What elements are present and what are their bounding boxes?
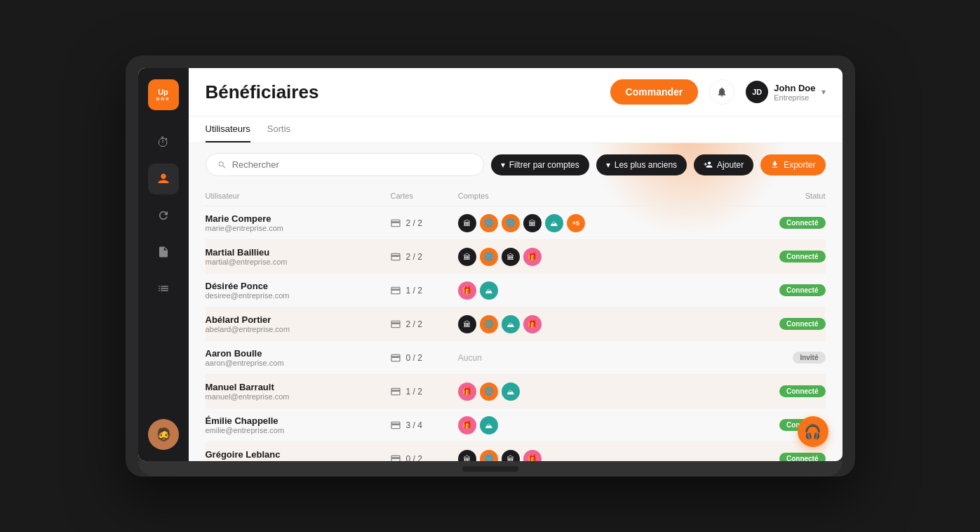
status-badge: Invité — [793, 352, 825, 364]
user-role: Entreprise — [774, 93, 815, 102]
tabs-bar: Utilisateurs Sortis — [189, 117, 843, 143]
accounts-cell: 🎁🌐⛰ — [458, 375, 727, 408]
add-user-icon — [704, 160, 713, 169]
user-avatar-chat[interactable]: 🧔 — [148, 419, 179, 450]
search-box[interactable] — [206, 153, 484, 176]
chevron-down-icon: ▾ — [606, 160, 610, 170]
logo-up: Up — [156, 88, 170, 96]
cards-cell: 3 / 4 — [390, 408, 457, 442]
table-row[interactable]: Marie Comperemarie@entreprise.com 2 / 2🏛… — [206, 206, 826, 240]
user-cell: Abélard Portierabelard@entreprise.com — [206, 307, 391, 341]
user-cell: Grégoire Leblancgregoire@entreprise.com — [206, 442, 391, 462]
status-badge: Connecté — [779, 284, 826, 296]
status-badge: Connecté — [779, 217, 826, 229]
accounts-cell: 🎁⛰ — [458, 408, 727, 442]
accounts-cell: 🏛🌐🏛🎁 — [458, 240, 727, 274]
accounts-cell: 🏛🌐🏛🎁 — [458, 442, 727, 462]
status-badge: Connecté — [779, 453, 826, 461]
table-row[interactable]: Abélard Portierabelard@entreprise.com 2 … — [206, 307, 826, 341]
col-statut: Statut — [727, 186, 825, 206]
commander-button[interactable]: Commander — [610, 79, 699, 105]
table-row[interactable]: Aaron Boulleaaron@entreprise.com 0 / 2Au… — [206, 341, 826, 375]
user-cell: Désirée Poncedesiree@entreprise.com — [206, 274, 391, 307]
sidebar-item-document[interactable] — [148, 237, 179, 267]
status-cell: Invité — [727, 341, 825, 375]
main-content: Bénéficiaires Commander JD John Doe Entr… — [189, 68, 843, 461]
table-row[interactable]: Émilie Chappelleemilie@entreprise.com 3 … — [206, 408, 826, 442]
status-badge: Connecté — [779, 385, 826, 397]
cards-cell: 2 / 2 — [390, 307, 457, 341]
user-info[interactable]: JD John Doe Entreprise ▾ — [746, 81, 825, 103]
page-title: Bénéficiaires — [206, 81, 319, 103]
status-cell: Connecté — [727, 307, 825, 341]
sidebar: Up one ⏱ 🧔 — [138, 68, 189, 461]
col-cartes: Cartes — [390, 186, 457, 206]
tab-utilisateurs[interactable]: Utilisateurs — [206, 117, 250, 142]
status-cell: Connecté — [727, 274, 825, 307]
user-cell: Manuel Barraultmanuel@entreprise.com — [206, 375, 391, 408]
status-badge: Connecté — [779, 318, 826, 330]
sidebar-item-clock[interactable]: ⏱ — [148, 127, 179, 158]
toolbar: ▾ Filtrer par comptes ▾ Les plus anciens… — [189, 143, 843, 186]
table-row[interactable]: Martial Baillieumartial@entreprise.com 2… — [206, 240, 826, 274]
cards-cell: 1 / 2 — [390, 375, 457, 408]
filter-button[interactable]: ▾ Filtrer par comptes — [491, 154, 589, 175]
col-comptes: Comptes — [458, 186, 727, 206]
status-cell: Connecté — [727, 240, 825, 274]
user-cell: Émilie Chappelleemilie@entreprise.com — [206, 408, 391, 442]
export-icon — [770, 160, 779, 169]
table-row[interactable]: Manuel Barraultmanuel@entreprise.com 1 /… — [206, 375, 826, 408]
status-badge: Connecté — [779, 251, 826, 262]
export-button[interactable]: Exporter — [760, 154, 825, 175]
logo-one: one — [156, 96, 170, 102]
header-right: Commander JD John Doe Entreprise ▾ — [610, 79, 826, 105]
col-utilisateur: Utilisateur — [206, 186, 391, 206]
chevron-down-icon: ▾ — [501, 160, 505, 170]
user-avatar: JD — [746, 81, 768, 103]
user-cell: Marie Comperemarie@entreprise.com — [206, 206, 391, 240]
user-cell: Aaron Boulleaaron@entreprise.com — [206, 341, 391, 375]
support-button[interactable]: 🎧 — [798, 416, 828, 447]
cards-cell: 2 / 2 — [390, 206, 457, 240]
sidebar-item-chart[interactable] — [148, 273, 179, 304]
sidebar-item-users[interactable] — [148, 164, 179, 194]
search-icon — [217, 160, 227, 170]
status-cell: Connecté — [727, 375, 825, 408]
search-input[interactable] — [232, 159, 472, 170]
add-button[interactable]: Ajouter — [694, 154, 753, 175]
accounts-cell: Aucun — [458, 341, 727, 375]
sort-button[interactable]: ▾ Les plus anciens — [596, 154, 687, 175]
user-cell: Martial Baillieumartial@entreprise.com — [206, 240, 391, 274]
accounts-cell: 🏛🌐🌐🏛⛰+5 — [458, 206, 727, 240]
table-container: Utilisateur Cartes Comptes Statut Marie … — [189, 186, 843, 461]
cards-cell: 1 / 2 — [390, 274, 457, 307]
logo[interactable]: Up one — [148, 79, 179, 110]
cards-cell: 0 / 2 — [390, 341, 457, 375]
table-row[interactable]: Grégoire Leblancgregoire@entreprise.com … — [206, 442, 826, 462]
accounts-cell: 🎁⛰ — [458, 274, 727, 307]
chevron-down-icon: ▾ — [821, 87, 826, 97]
user-name: John Doe — [774, 83, 815, 93]
cards-cell: 0 / 2 — [390, 442, 457, 462]
cards-cell: 2 / 2 — [390, 240, 457, 274]
header: Bénéficiaires Commander JD John Doe Entr… — [189, 68, 843, 117]
tab-sortis[interactable]: Sortis — [267, 117, 290, 142]
status-cell: Connecté — [727, 206, 825, 240]
notification-button[interactable] — [709, 79, 734, 105]
accounts-cell: 🏛🌐⛰🎁 — [458, 307, 727, 341]
users-table: Utilisateur Cartes Comptes Statut Marie … — [206, 186, 826, 461]
table-row[interactable]: Désirée Poncedesiree@entreprise.com 1 / … — [206, 274, 826, 307]
sidebar-item-refresh[interactable] — [148, 200, 179, 231]
